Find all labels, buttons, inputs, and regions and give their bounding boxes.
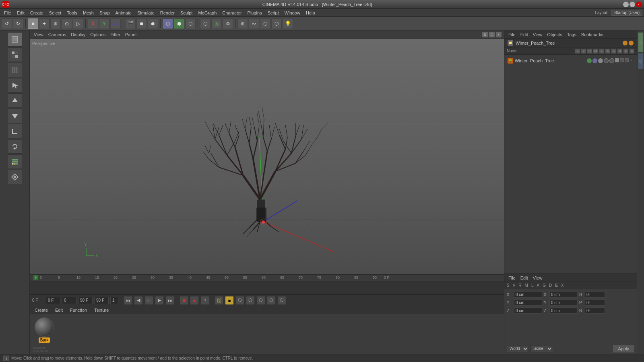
viewport-icon-1[interactable]: ⊕	[482, 32, 488, 37]
table-row[interactable]: 🌳 Winter_Peach_Tree ×	[506, 56, 635, 65]
viewport-menu-filter[interactable]: Filter	[109, 32, 122, 37]
clapper-button[interactable]: 🎬	[125, 19, 136, 29]
glasses-button[interactable]: ⬡	[271, 19, 282, 29]
menu-help[interactable]: Help	[303, 10, 318, 16]
menu-tools[interactable]: Tools	[64, 10, 80, 16]
layers-button[interactable]: 🔒	[8, 154, 22, 169]
om-menu-tags[interactable]: Tags	[566, 32, 578, 37]
z-axis-button[interactable]: Z	[110, 19, 121, 29]
menu-file[interactable]: File	[2, 10, 14, 16]
visibility-dot-4[interactable]	[604, 58, 609, 63]
anim-button[interactable]: ⬡	[235, 296, 244, 305]
arrow-tool-button[interactable]	[8, 78, 22, 93]
menu-character[interactable]: Character	[220, 10, 244, 16]
material-tab-function[interactable]: Function	[67, 307, 90, 313]
x-axis-button[interactable]: X	[88, 19, 98, 29]
visibility-dot-1[interactable]	[587, 58, 592, 63]
material-swatch-bark[interactable]: Bark	[33, 317, 56, 343]
menu-render[interactable]: Render	[158, 10, 177, 16]
timeline-start-marker[interactable]	[33, 275, 39, 280]
render-button[interactable]: ◎	[211, 19, 222, 29]
checkerboard-button[interactable]	[8, 47, 22, 62]
go-end-button[interactable]: ⏭	[165, 296, 174, 305]
minimize-button[interactable]: _	[623, 2, 629, 7]
om-menu-objects[interactable]: Objects	[545, 32, 564, 37]
menu-snap[interactable]: Snap	[97, 10, 112, 16]
menu-animate[interactable]: Animate	[113, 10, 134, 16]
menu-window[interactable]: Window	[282, 10, 303, 16]
viewport-menu-view[interactable]: View	[32, 32, 45, 37]
om-menu-edit[interactable]: Edit	[519, 32, 530, 37]
visibility-dot-8[interactable]	[625, 58, 629, 62]
viewport-menu-display[interactable]: Display	[69, 32, 87, 37]
undo-button[interactable]: ↺	[2, 19, 12, 29]
viewport-menu-options[interactable]: Options	[89, 32, 107, 37]
render-view-button[interactable]: ⬡	[200, 19, 211, 29]
viewport[interactable]: View Cameras Display Options Filter Pane…	[30, 31, 504, 274]
menu-create[interactable]: Create	[28, 10, 46, 16]
arrow-down-button[interactable]	[8, 109, 22, 123]
attr-z2-input[interactable]	[549, 307, 578, 314]
render-settings-button[interactable]: ⚙	[223, 19, 233, 29]
menu-script[interactable]: Script	[265, 10, 281, 16]
menu-mograph[interactable]: MoGraph	[196, 10, 219, 16]
attr-y2-input[interactable]	[549, 299, 578, 306]
play-button[interactable]: ▶	[144, 296, 153, 305]
settings2-button[interactable]: ⬡	[267, 296, 276, 305]
edge-mode-button[interactable]: ⊙	[62, 19, 72, 29]
object-snap-button[interactable]: ⊕	[237, 19, 248, 29]
attr-menu-file[interactable]: File	[507, 275, 517, 281]
y-axis-button[interactable]: Y	[99, 19, 109, 29]
camera-button[interactable]: ⬡	[260, 19, 270, 29]
key-button[interactable]: ⚿	[215, 296, 223, 305]
viewport-icon-2[interactable]: □	[489, 32, 495, 37]
material-tab-edit[interactable]: Edit	[52, 307, 66, 313]
record2-button[interactable]: ⏺	[148, 19, 158, 29]
attr-y-input[interactable]	[514, 299, 542, 306]
motion-button[interactable]: ⬡	[246, 296, 255, 305]
stop-button[interactable]: ■	[190, 296, 199, 305]
om-x-button[interactable]: ×	[630, 58, 634, 62]
attr-world-select[interactable]: World Object	[507, 345, 529, 352]
material-ball-bark[interactable]	[35, 317, 54, 337]
timeline-track[interactable]	[30, 282, 504, 294]
menu-edit[interactable]: Edit	[14, 10, 27, 16]
menu-plugins[interactable]: Plugins	[245, 10, 264, 16]
om-menu-file[interactable]: File	[507, 32, 517, 37]
light-button[interactable]: 💡	[283, 19, 293, 29]
om-menu-view[interactable]: View	[531, 32, 544, 37]
apply-button[interactable]: Apply	[613, 345, 634, 353]
visibility-dot-7[interactable]	[620, 58, 624, 62]
right-edge-tab-2[interactable]: ⬡	[638, 53, 644, 69]
attr-scale-select[interactable]: Scale Rotate Move	[530, 345, 553, 352]
help-button[interactable]: ?	[200, 296, 209, 305]
maximize-button[interactable]: □	[630, 2, 635, 7]
scale-button[interactable]: ⬢	[174, 19, 184, 29]
visibility-dot-3[interactable]	[598, 58, 603, 63]
point-mode-button[interactable]: ⊕	[50, 19, 61, 29]
record-active-button[interactable]: ⏺	[180, 296, 188, 305]
layout-selector[interactable]: Startup (User)	[611, 10, 642, 16]
visibility-dot-2[interactable]	[592, 58, 597, 63]
step-back-button[interactable]: ◀	[134, 296, 143, 305]
viewport-menu-panel[interactable]: Panel	[124, 32, 138, 37]
scene-view[interactable]: X Y	[30, 39, 504, 274]
attr-p-input[interactable]	[585, 299, 605, 306]
material-tab-create[interactable]: Create	[31, 307, 51, 313]
model-mode-button[interactable]: ■	[28, 19, 38, 29]
rotate-button[interactable]: ⬡	[185, 19, 196, 29]
record-button[interactable]: ⏺	[136, 19, 147, 29]
close-button[interactable]: ×	[636, 2, 642, 7]
frame-end-input[interactable]	[78, 297, 93, 304]
menu-simulate[interactable]: Simulate	[135, 10, 157, 16]
dot-grid-button[interactable]	[8, 63, 22, 77]
attr-x-input[interactable]	[514, 291, 542, 298]
l-shape-button[interactable]	[8, 124, 22, 138]
om-menu-bookmarks[interactable]: Bookmarks	[580, 32, 605, 37]
poly-mode-button[interactable]: ▷	[73, 19, 83, 29]
viewport-icon-3[interactable]: ×	[496, 32, 502, 37]
attr-x2-input[interactable]	[549, 291, 578, 298]
go-start-button[interactable]: ⏮	[124, 296, 132, 305]
step-forward-button[interactable]: ▶	[155, 296, 164, 305]
attr-menu-view[interactable]: View	[531, 275, 544, 281]
